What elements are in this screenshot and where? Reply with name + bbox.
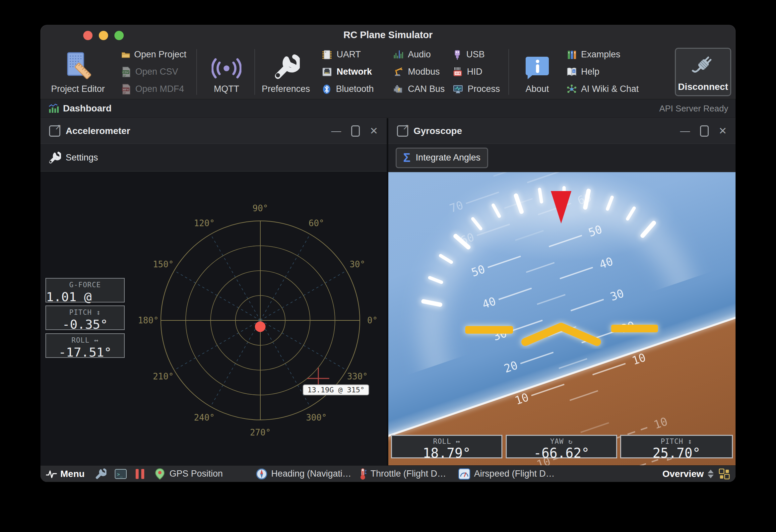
popout-icon[interactable]: ↗: [397, 125, 408, 137]
gyro-yaw-value: -66.62°: [534, 446, 590, 461]
polar-angle-label: 300°: [306, 412, 327, 422]
gyroscope-toolbar: Σ Integrate Angles: [388, 144, 736, 171]
roll-readout: ROLL ↔ -17.51°: [45, 333, 125, 358]
panel-maximize-icon[interactable]: [700, 125, 709, 137]
waveform-icon: [46, 469, 57, 479]
polar-angle-label: 210°: [153, 371, 174, 381]
polar-angle-label: 270°: [250, 427, 271, 437]
accelerometer-chart-area: 0°30°60°90°120°150°180°210°240°270°300°3…: [40, 172, 387, 465]
uart-chip-icon: [321, 49, 333, 60]
audio-label: Audio: [408, 49, 431, 60]
tools-wrench-icon[interactable]: [94, 468, 107, 480]
pause-icon[interactable]: [136, 469, 144, 479]
integrate-angles-button[interactable]: Σ Integrate Angles: [396, 148, 488, 168]
help-book-icon: i: [566, 67, 577, 77]
bottombar-item-throttle[interactable]: Throttle (Flight D…: [370, 469, 446, 479]
usb-button[interactable]: USB: [452, 46, 506, 63]
polar-angle-label: 60°: [309, 218, 324, 228]
panel-close-icon[interactable]: ✕: [370, 126, 378, 136]
gyro-pitch-label: PITCH ↕: [660, 437, 693, 446]
svg-text:CSV: CSV: [123, 71, 129, 74]
help-label: Help: [581, 67, 600, 77]
speedometer-icon: [458, 468, 470, 480]
mqtt-button[interactable]: MQTT: [202, 47, 251, 97]
network-button[interactable]: Network: [321, 63, 386, 80]
help-group: Examples i Help: [566, 46, 642, 98]
accelerometer-title: Accelerometer: [66, 126, 130, 136]
sigma-icon: Σ: [403, 152, 411, 164]
svg-text:>_: >_: [117, 472, 123, 477]
toolbar-divider: [196, 49, 197, 95]
dashboard-chart-icon: [48, 103, 59, 114]
menu-button[interactable]: Menu: [60, 469, 84, 479]
dashboard-title: Dashboard: [63, 103, 112, 114]
process-monitor-icon: [452, 84, 463, 95]
gyro-yaw-label: YAW ↻: [550, 437, 573, 446]
panel-close-icon[interactable]: ✕: [719, 126, 727, 136]
process-button[interactable]: Process: [452, 80, 506, 98]
audio-bars-icon: [393, 49, 404, 60]
examples-button[interactable]: Examples: [566, 46, 642, 63]
settings-wrench-icon: [48, 151, 61, 165]
accelerometer-toolbar: Settings: [40, 144, 387, 171]
polar-angle-label: 180°: [138, 315, 159, 325]
polar-angle-label: 30°: [350, 259, 365, 269]
main-toolbar: Project Editor Open Project CSV Open CSV: [40, 45, 736, 100]
audio-button[interactable]: Audio: [393, 46, 452, 63]
molecule-icon: [566, 84, 577, 95]
bottombar-item-gps[interactable]: GPS Position: [170, 469, 223, 479]
roll-readout-label: ROLL ↔: [72, 336, 99, 344]
bottombar-item-airspeed[interactable]: Airspeed (Flight D…: [474, 469, 555, 479]
accelerometer-panel: ↗ Accelerometer — ✕ Settings: [40, 118, 387, 465]
bluetooth-button[interactable]: Bluetooth: [321, 80, 386, 98]
gyroscope-header[interactable]: ↗ Gyroscope — ✕: [388, 118, 736, 144]
info-bubble-icon: [524, 49, 550, 81]
help-button[interactable]: i Help: [566, 63, 642, 80]
robot-arm-icon: [393, 66, 404, 77]
ai-wiki-button[interactable]: AI Wiki & Chat: [566, 80, 642, 98]
compass-icon: [255, 468, 268, 480]
about-button[interactable]: About: [517, 47, 557, 97]
bottom-statusbar: Menu >_ GPS Position Heading (Navigati…: [40, 465, 736, 482]
gyro-pitch-value: 25.70°: [653, 446, 701, 461]
open-project-button[interactable]: Open Project: [121, 46, 186, 63]
gyro-yaw-readout: YAW ↻ -66.62°: [506, 435, 617, 459]
overview-selector[interactable]: Overview: [662, 469, 704, 479]
pitch-readout-value: -0.35°: [62, 317, 108, 332]
open-mdf4-button[interactable]: MF4 Open MDF4: [121, 80, 186, 98]
io-group-1: UART Network Bluetooth: [321, 46, 386, 98]
about-label: About: [526, 84, 549, 94]
hid-icon: [452, 67, 463, 77]
modbus-button[interactable]: Modbus: [393, 63, 452, 80]
disconnect-button[interactable]: Disconnect: [675, 48, 731, 96]
popout-icon[interactable]: ↗: [49, 125, 60, 137]
hid-label: HID: [467, 67, 482, 77]
terminal-icon[interactable]: >_: [115, 468, 127, 480]
layout-grid-icon[interactable]: [718, 468, 730, 480]
io-group-2: Audio Modbus CAN Bus: [393, 46, 452, 98]
can-bus-button[interactable]: CAN Bus: [393, 80, 452, 98]
mqtt-signal-icon: [212, 49, 241, 81]
api-status: API Server Ready: [659, 104, 728, 114]
gyroscope-title: Gyroscope: [413, 126, 462, 136]
project-editor-label: Project Editor: [51, 84, 105, 94]
gforce-readout-label: G-FORCE: [69, 281, 101, 289]
accelerometer-header[interactable]: ↗ Accelerometer — ✕: [40, 118, 387, 144]
overview-sort-icon[interactable]: [708, 470, 714, 478]
uart-button[interactable]: UART: [321, 46, 386, 63]
preferences-button[interactable]: Preferences: [259, 47, 313, 97]
gyroscope-panel: ↗ Gyroscope — ✕ Σ Integrate Angles: [388, 118, 736, 465]
panel-minimize-icon[interactable]: —: [680, 126, 690, 136]
titlebar: RC Plane Simulator: [40, 25, 736, 45]
bottombar-item-heading[interactable]: Heading (Navigati…: [271, 469, 352, 479]
bluetooth-icon: [321, 83, 332, 95]
panel-maximize-icon[interactable]: [351, 125, 360, 137]
panel-minimize-icon[interactable]: —: [331, 126, 341, 136]
thermometer-icon: [359, 468, 367, 480]
open-csv-button[interactable]: CSV Open CSV: [121, 63, 186, 80]
project-editor-button[interactable]: Project Editor: [46, 47, 110, 97]
attitude-indicator: 101020203030404050506060707010102020: [388, 172, 736, 465]
settings-button[interactable]: Settings: [48, 151, 98, 165]
toolbar-divider: [254, 49, 255, 95]
hid-button[interactable]: HID: [452, 63, 506, 80]
